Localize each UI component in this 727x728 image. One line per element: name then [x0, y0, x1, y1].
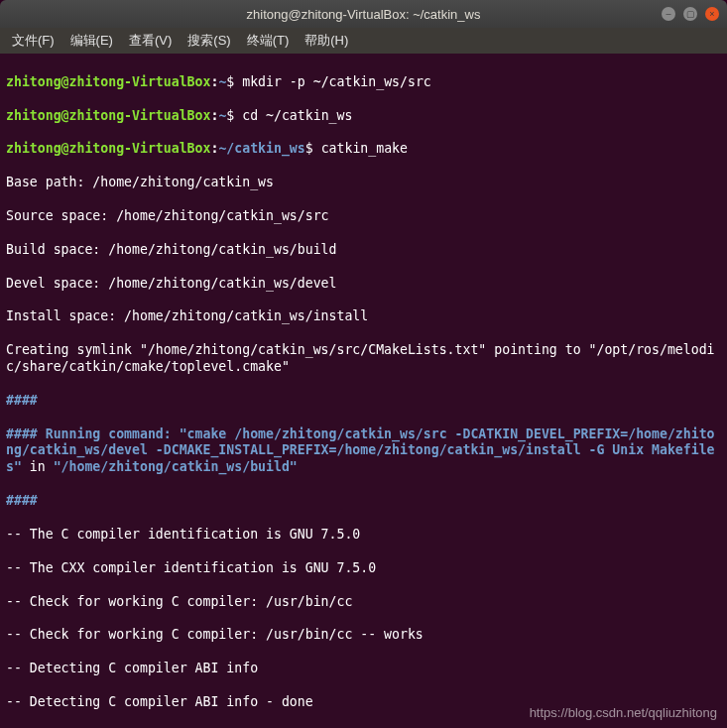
- menubar: 文件(F) 编辑(E) 查看(V) 搜索(S) 终端(T) 帮助(H): [0, 28, 727, 54]
- output-line: -- Check for working C compiler: /usr/bi…: [6, 627, 721, 644]
- prompt-dollar: $: [305, 141, 313, 156]
- prompt-path: ~/catkin_ws: [218, 141, 304, 156]
- terminal-body[interactable]: zhitong@zhitong-VirtualBox:~$ mkdir -p ~…: [0, 54, 727, 728]
- maximize-button[interactable]: ▢: [683, 7, 697, 21]
- output-line: Base path: /home/zhitong/catkin_ws: [6, 175, 721, 191]
- command-text: mkdir -p ~/catkin_ws/src: [234, 74, 431, 89]
- command-text: catkin_make: [313, 141, 408, 156]
- output-line: Creating symlink "/home/zhitong/catkin_w…: [6, 342, 721, 376]
- close-button[interactable]: ×: [705, 7, 719, 21]
- command-text: cd ~/catkin_ws: [234, 108, 352, 123]
- window-controls: – ▢ ×: [662, 7, 719, 21]
- quoted-path: "/home/zhitong/catkin_ws/build": [54, 459, 298, 474]
- prompt-line-3: zhitong@zhitong-VirtualBox:~/catkin_ws$ …: [6, 141, 721, 158]
- menu-search[interactable]: 搜索(S): [182, 30, 236, 52]
- titlebar: zhitong@zhitong-VirtualBox: ~/catkin_ws …: [0, 0, 727, 28]
- prompt-user: zhitong@zhitong-VirtualBox: [6, 74, 210, 89]
- minimize-button[interactable]: –: [662, 7, 675, 21]
- output-line: Install space: /home/zhitong/catkin_ws/i…: [6, 308, 721, 325]
- output-line: -- Detecting C compiler ABI info: [6, 661, 721, 677]
- menu-edit[interactable]: 编辑(E): [64, 30, 119, 52]
- output-line: Source space: /home/zhitong/catkin_ws/sr…: [6, 208, 721, 225]
- output-line: Build space: /home/zhitong/catkin_ws/bui…: [6, 242, 721, 259]
- hash-divider: ####: [6, 393, 721, 410]
- window-title: zhitong@zhitong-VirtualBox: ~/catkin_ws: [247, 7, 481, 22]
- watermark: https://blog.csdn.net/qqliuzhitong: [530, 705, 717, 722]
- output-line: -- The CXX compiler identification is GN…: [6, 560, 721, 577]
- prompt-line-1: zhitong@zhitong-VirtualBox:~$ mkdir -p ~…: [6, 74, 721, 91]
- in-keyword: in: [22, 459, 54, 474]
- output-line: -- Check for working C compiler: /usr/bi…: [6, 594, 721, 611]
- hash-prefix: #### Running command:: [6, 426, 180, 441]
- output-line: -- The C compiler identification is GNU …: [6, 527, 721, 544]
- output-line: Devel space: /home/zhitong/catkin_ws/dev…: [6, 276, 721, 293]
- menu-view[interactable]: 查看(V): [123, 30, 178, 52]
- menu-terminal[interactable]: 终端(T): [241, 30, 296, 52]
- prompt-line-2: zhitong@zhitong-VirtualBox:~$ cd ~/catki…: [6, 108, 721, 125]
- menu-help[interactable]: 帮助(H): [299, 30, 354, 52]
- menu-file[interactable]: 文件(F): [6, 30, 61, 52]
- running-command-line: #### Running command: "cmake /home/zhito…: [6, 426, 721, 477]
- hash-divider: ####: [6, 493, 721, 510]
- prompt-user: zhitong@zhitong-VirtualBox: [6, 141, 210, 156]
- prompt-user: zhitong@zhitong-VirtualBox: [6, 108, 210, 123]
